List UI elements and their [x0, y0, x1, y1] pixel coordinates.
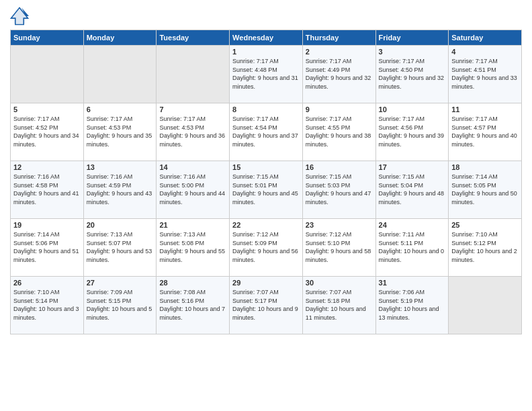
day-cell	[449, 277, 522, 334]
day-cell: 14Sunrise: 7:16 AMSunset: 5:00 PMDayligh…	[157, 161, 230, 219]
day-number: 31	[379, 279, 446, 287]
day-info: Sunrise: 7:15 AMSunset: 5:03 PMDaylight:…	[306, 173, 373, 206]
day-number: 1	[232, 48, 300, 56]
day-number: 26	[13, 279, 81, 287]
day-info: Sunrise: 7:07 AMSunset: 5:18 PMDaylight:…	[306, 288, 373, 322]
day-cell: 12Sunrise: 7:16 AMSunset: 4:58 PMDayligh…	[11, 161, 84, 219]
day-cell: 22Sunrise: 7:12 AMSunset: 5:09 PMDayligh…	[230, 219, 303, 277]
day-cell: 30Sunrise: 7:07 AMSunset: 5:18 PMDayligh…	[302, 277, 375, 334]
day-cell: 20Sunrise: 7:13 AMSunset: 5:07 PMDayligh…	[83, 219, 157, 277]
day-info: Sunrise: 7:12 AMSunset: 5:09 PMDaylight:…	[232, 230, 300, 264]
header-cell-saturday: Saturday	[449, 30, 522, 46]
day-info: Sunrise: 7:11 AMSunset: 5:11 PMDaylight:…	[379, 230, 446, 264]
day-cell: 18Sunrise: 7:14 AMSunset: 5:05 PMDayligh…	[449, 161, 522, 219]
logo	[10, 7, 32, 26]
day-cell: 6Sunrise: 7:17 AMSunset: 4:53 PMDaylight…	[83, 103, 157, 161]
day-cell: 3Sunrise: 7:17 AMSunset: 4:50 PMDaylight…	[375, 46, 449, 103]
day-cell: 27Sunrise: 7:09 AMSunset: 5:15 PMDayligh…	[83, 277, 157, 334]
day-cell: 5Sunrise: 7:17 AMSunset: 4:52 PMDaylight…	[11, 103, 84, 161]
week-row-2: 5Sunrise: 7:17 AMSunset: 4:52 PMDaylight…	[11, 103, 522, 161]
header-cell-wednesday: Wednesday	[230, 30, 303, 46]
calendar-table: SundayMondayTuesdayWednesdayThursdayFrid…	[10, 30, 522, 334]
day-info: Sunrise: 7:07 AMSunset: 5:17 PMDaylight:…	[232, 288, 300, 322]
day-cell: 29Sunrise: 7:07 AMSunset: 5:17 PMDayligh…	[230, 277, 303, 334]
day-number: 24	[379, 221, 446, 229]
day-cell	[83, 46, 157, 103]
day-cell: 17Sunrise: 7:15 AMSunset: 5:04 PMDayligh…	[375, 161, 449, 219]
week-row-1: 1Sunrise: 7:17 AMSunset: 4:48 PMDaylight…	[11, 46, 522, 103]
day-cell: 21Sunrise: 7:13 AMSunset: 5:08 PMDayligh…	[157, 219, 230, 277]
day-cell: 31Sunrise: 7:06 AMSunset: 5:19 PMDayligh…	[375, 277, 449, 334]
day-cell: 2Sunrise: 7:17 AMSunset: 4:49 PMDaylight…	[302, 46, 375, 103]
day-number: 6	[87, 105, 154, 113]
header-row: SundayMondayTuesdayWednesdayThursdayFrid…	[11, 30, 522, 46]
day-cell: 1Sunrise: 7:17 AMSunset: 4:48 PMDaylight…	[230, 46, 303, 103]
day-number: 11	[451, 105, 519, 113]
day-cell: 28Sunrise: 7:08 AMSunset: 5:16 PMDayligh…	[157, 277, 230, 334]
day-number: 2	[306, 48, 373, 56]
day-info: Sunrise: 7:16 AMSunset: 4:59 PMDaylight:…	[87, 173, 154, 206]
day-number: 21	[159, 221, 226, 229]
day-cell: 4Sunrise: 7:17 AMSunset: 4:51 PMDaylight…	[449, 46, 522, 103]
header-cell-tuesday: Tuesday	[157, 30, 230, 46]
day-info: Sunrise: 7:10 AMSunset: 5:14 PMDaylight:…	[13, 288, 81, 322]
day-number: 22	[232, 221, 300, 229]
day-number: 23	[306, 221, 373, 229]
day-number: 5	[13, 105, 81, 113]
day-number: 19	[13, 221, 81, 229]
calendar-container: SundayMondayTuesdayWednesdayThursdayFrid…	[0, 0, 532, 411]
day-cell: 13Sunrise: 7:16 AMSunset: 4:59 PMDayligh…	[83, 161, 157, 219]
day-number: 16	[306, 163, 373, 171]
day-info: Sunrise: 7:13 AMSunset: 5:08 PMDaylight:…	[159, 230, 226, 264]
day-info: Sunrise: 7:15 AMSunset: 5:04 PMDaylight:…	[379, 173, 446, 206]
week-row-4: 19Sunrise: 7:14 AMSunset: 5:06 PMDayligh…	[11, 219, 522, 277]
day-cell: 7Sunrise: 7:17 AMSunset: 4:53 PMDaylight…	[157, 103, 230, 161]
day-cell: 25Sunrise: 7:10 AMSunset: 5:12 PMDayligh…	[449, 219, 522, 277]
day-number: 25	[451, 221, 519, 229]
day-number: 3	[379, 48, 446, 56]
day-info: Sunrise: 7:17 AMSunset: 4:50 PMDaylight:…	[379, 57, 446, 91]
day-number: 4	[451, 48, 519, 56]
day-number: 10	[379, 105, 446, 113]
header-cell-friday: Friday	[375, 30, 449, 46]
header	[10, 7, 522, 26]
header-cell-sunday: Sunday	[11, 30, 84, 46]
day-info: Sunrise: 7:17 AMSunset: 4:55 PMDaylight:…	[306, 115, 373, 148]
day-number: 7	[159, 105, 226, 113]
day-info: Sunrise: 7:15 AMSunset: 5:01 PMDaylight:…	[232, 173, 300, 206]
header-cell-monday: Monday	[83, 30, 157, 46]
day-cell	[157, 46, 230, 103]
day-number: 17	[379, 163, 446, 171]
day-info: Sunrise: 7:17 AMSunset: 4:52 PMDaylight:…	[13, 115, 81, 148]
day-number: 13	[87, 163, 154, 171]
day-info: Sunrise: 7:17 AMSunset: 4:49 PMDaylight:…	[306, 57, 373, 91]
day-cell: 23Sunrise: 7:12 AMSunset: 5:10 PMDayligh…	[302, 219, 375, 277]
week-row-5: 26Sunrise: 7:10 AMSunset: 5:14 PMDayligh…	[11, 277, 522, 334]
day-info: Sunrise: 7:16 AMSunset: 4:58 PMDaylight:…	[13, 173, 81, 206]
day-cell: 11Sunrise: 7:17 AMSunset: 4:57 PMDayligh…	[449, 103, 522, 161]
svg-marker-1	[12, 9, 27, 24]
day-number: 28	[159, 279, 226, 287]
day-cell: 10Sunrise: 7:17 AMSunset: 4:56 PMDayligh…	[375, 103, 449, 161]
day-cell: 8Sunrise: 7:17 AMSunset: 4:54 PMDaylight…	[230, 103, 303, 161]
day-info: Sunrise: 7:17 AMSunset: 4:53 PMDaylight:…	[159, 115, 226, 148]
day-number: 20	[87, 221, 154, 229]
day-info: Sunrise: 7:13 AMSunset: 5:07 PMDaylight:…	[87, 230, 154, 264]
header-cell-thursday: Thursday	[302, 30, 375, 46]
day-info: Sunrise: 7:12 AMSunset: 5:10 PMDaylight:…	[306, 230, 373, 264]
day-cell: 15Sunrise: 7:15 AMSunset: 5:01 PMDayligh…	[230, 161, 303, 219]
day-number: 30	[306, 279, 373, 287]
day-info: Sunrise: 7:17 AMSunset: 4:54 PMDaylight:…	[232, 115, 300, 148]
day-number: 15	[232, 163, 300, 171]
day-info: Sunrise: 7:08 AMSunset: 5:16 PMDaylight:…	[159, 288, 226, 322]
day-cell: 24Sunrise: 7:11 AMSunset: 5:11 PMDayligh…	[375, 219, 449, 277]
day-cell: 9Sunrise: 7:17 AMSunset: 4:55 PMDaylight…	[302, 103, 375, 161]
day-number: 14	[159, 163, 226, 171]
logo-icon	[10, 7, 29, 26]
day-info: Sunrise: 7:16 AMSunset: 5:00 PMDaylight:…	[159, 173, 226, 206]
day-info: Sunrise: 7:10 AMSunset: 5:12 PMDaylight:…	[451, 230, 519, 264]
week-row-3: 12Sunrise: 7:16 AMSunset: 4:58 PMDayligh…	[11, 161, 522, 219]
day-cell	[11, 46, 84, 103]
day-info: Sunrise: 7:17 AMSunset: 4:56 PMDaylight:…	[379, 115, 446, 148]
day-info: Sunrise: 7:17 AMSunset: 4:57 PMDaylight:…	[451, 115, 519, 148]
